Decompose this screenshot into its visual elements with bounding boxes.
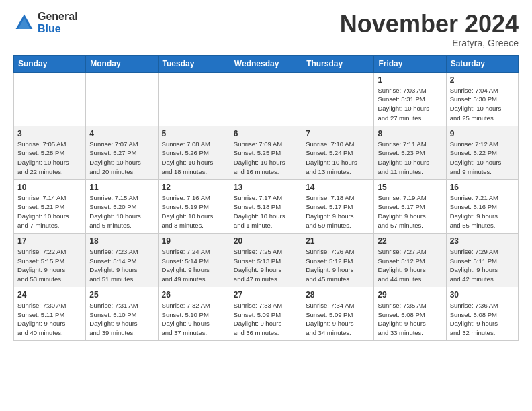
day-info: Sunrise: 7:15 AMSunset: 5:20 PMDaylight:… — [89, 193, 154, 230]
day-number: 1 — [378, 75, 442, 85]
day-number: 13 — [234, 183, 298, 192]
week-row-2: 3Sunrise: 7:05 AMSunset: 5:28 PMDaylight… — [14, 126, 519, 179]
day-cell: 19Sunrise: 7:24 AMSunset: 5:14 PMDayligh… — [158, 233, 230, 287]
logo-general: General — [38, 11, 78, 23]
day-number: 28 — [306, 290, 370, 300]
logo-blue: Blue — [38, 23, 78, 35]
calendar-body: 1Sunrise: 7:03 AMSunset: 5:31 PMDaylight… — [14, 72, 519, 340]
calendar-header: SundayMondayTuesdayWednesdayThursdayFrid… — [14, 55, 519, 72]
day-cell: 21Sunrise: 7:26 AMSunset: 5:12 PMDayligh… — [302, 233, 374, 287]
day-info: Sunrise: 7:29 AMSunset: 5:11 PMDaylight:… — [450, 247, 515, 284]
day-cell: 28Sunrise: 7:34 AMSunset: 5:09 PMDayligh… — [302, 287, 374, 340]
day-cell: 7Sunrise: 7:10 AMSunset: 5:24 PMDaylight… — [302, 126, 374, 179]
day-number: 25 — [89, 290, 154, 300]
calendar: SundayMondayTuesdayWednesdayThursdayFrid… — [13, 55, 519, 341]
day-header-sunday: Sunday — [14, 55, 86, 72]
day-number: 4 — [89, 129, 154, 138]
day-number: 27 — [234, 290, 298, 300]
day-header-tuesday: Tuesday — [158, 55, 230, 72]
day-info: Sunrise: 7:22 AMSunset: 5:15 PMDaylight:… — [17, 247, 82, 284]
day-number: 16 — [450, 183, 515, 192]
day-cell: 13Sunrise: 7:17 AMSunset: 5:18 PMDayligh… — [230, 179, 302, 233]
day-info: Sunrise: 7:14 AMSunset: 5:21 PMDaylight:… — [17, 193, 82, 230]
day-info: Sunrise: 7:30 AMSunset: 5:11 PMDaylight:… — [17, 301, 82, 338]
day-number: 30 — [450, 290, 515, 300]
day-number: 14 — [306, 183, 370, 192]
day-cell: 15Sunrise: 7:19 AMSunset: 5:17 PMDayligh… — [374, 179, 446, 233]
day-number: 12 — [162, 183, 226, 192]
day-info: Sunrise: 7:23 AMSunset: 5:14 PMDaylight:… — [89, 247, 154, 284]
day-number: 17 — [17, 236, 82, 246]
day-info: Sunrise: 7:21 AMSunset: 5:16 PMDaylight:… — [450, 193, 515, 230]
day-cell: 23Sunrise: 7:29 AMSunset: 5:11 PMDayligh… — [446, 233, 518, 287]
week-row-1: 1Sunrise: 7:03 AMSunset: 5:31 PMDaylight… — [14, 72, 519, 126]
day-number: 15 — [378, 183, 442, 192]
location-subtitle: Eratyra, Greece — [340, 38, 519, 48]
day-number: 11 — [89, 183, 154, 192]
day-number: 9 — [450, 129, 515, 138]
day-cell: 11Sunrise: 7:15 AMSunset: 5:20 PMDayligh… — [86, 179, 158, 233]
day-info: Sunrise: 7:17 AMSunset: 5:18 PMDaylight:… — [234, 193, 298, 230]
day-cell: 14Sunrise: 7:18 AMSunset: 5:17 PMDayligh… — [302, 179, 374, 233]
day-info: Sunrise: 7:33 AMSunset: 5:09 PMDaylight:… — [234, 301, 298, 338]
day-info: Sunrise: 7:24 AMSunset: 5:14 PMDaylight:… — [162, 247, 226, 284]
logo-text: General Blue — [38, 11, 78, 34]
day-cell: 8Sunrise: 7:11 AMSunset: 5:23 PMDaylight… — [374, 126, 446, 179]
day-number: 23 — [450, 236, 515, 246]
day-cell: 27Sunrise: 7:33 AMSunset: 5:09 PMDayligh… — [230, 287, 302, 340]
day-number: 19 — [162, 236, 226, 246]
day-cell: 10Sunrise: 7:14 AMSunset: 5:21 PMDayligh… — [14, 179, 86, 233]
day-info: Sunrise: 7:36 AMSunset: 5:08 PMDaylight:… — [450, 301, 515, 338]
day-number: 5 — [162, 129, 226, 138]
day-info: Sunrise: 7:03 AMSunset: 5:31 PMDaylight:… — [378, 86, 442, 123]
day-cell: 17Sunrise: 7:22 AMSunset: 5:15 PMDayligh… — [14, 233, 86, 287]
day-info: Sunrise: 7:27 AMSunset: 5:12 PMDaylight:… — [378, 247, 442, 284]
day-header-saturday: Saturday — [446, 55, 518, 72]
day-cell: 18Sunrise: 7:23 AMSunset: 5:14 PMDayligh… — [86, 233, 158, 287]
day-info: Sunrise: 7:26 AMSunset: 5:12 PMDaylight:… — [306, 247, 370, 284]
header-row: SundayMondayTuesdayWednesdayThursdayFrid… — [14, 55, 519, 72]
page: General Blue November 2024 Eratyra, Gree… — [0, 0, 532, 411]
day-number: 22 — [378, 236, 442, 246]
week-row-3: 10Sunrise: 7:14 AMSunset: 5:21 PMDayligh… — [14, 179, 519, 233]
day-cell: 4Sunrise: 7:07 AMSunset: 5:27 PMDaylight… — [86, 126, 158, 179]
day-info: Sunrise: 7:10 AMSunset: 5:24 PMDaylight:… — [306, 140, 370, 177]
day-number: 2 — [450, 75, 515, 85]
header: General Blue November 2024 Eratyra, Gree… — [13, 11, 519, 48]
day-cell: 1Sunrise: 7:03 AMSunset: 5:31 PMDaylight… — [374, 72, 446, 126]
day-number: 26 — [162, 290, 226, 300]
day-number: 29 — [378, 290, 442, 300]
day-info: Sunrise: 7:32 AMSunset: 5:10 PMDaylight:… — [162, 301, 226, 338]
week-row-5: 24Sunrise: 7:30 AMSunset: 5:11 PMDayligh… — [14, 287, 519, 340]
day-cell: 12Sunrise: 7:16 AMSunset: 5:19 PMDayligh… — [158, 179, 230, 233]
day-cell — [158, 72, 230, 126]
day-header-friday: Friday — [374, 55, 446, 72]
day-cell: 29Sunrise: 7:35 AMSunset: 5:08 PMDayligh… — [374, 287, 446, 340]
day-number: 18 — [89, 236, 154, 246]
day-number: 3 — [17, 129, 82, 138]
day-info: Sunrise: 7:11 AMSunset: 5:23 PMDaylight:… — [378, 140, 442, 177]
day-cell: 5Sunrise: 7:08 AMSunset: 5:26 PMDaylight… — [158, 126, 230, 179]
day-info: Sunrise: 7:12 AMSunset: 5:22 PMDaylight:… — [450, 140, 515, 177]
day-header-monday: Monday — [86, 55, 158, 72]
day-header-thursday: Thursday — [302, 55, 374, 72]
title-block: November 2024 Eratyra, Greece — [340, 11, 519, 48]
day-cell: 9Sunrise: 7:12 AMSunset: 5:22 PMDaylight… — [446, 126, 518, 179]
day-info: Sunrise: 7:05 AMSunset: 5:28 PMDaylight:… — [17, 140, 82, 177]
day-cell: 22Sunrise: 7:27 AMSunset: 5:12 PMDayligh… — [374, 233, 446, 287]
day-cell: 2Sunrise: 7:04 AMSunset: 5:30 PMDaylight… — [446, 72, 518, 126]
day-number: 8 — [378, 129, 442, 138]
day-info: Sunrise: 7:25 AMSunset: 5:13 PMDaylight:… — [234, 247, 298, 284]
day-number: 6 — [234, 129, 298, 138]
week-row-4: 17Sunrise: 7:22 AMSunset: 5:15 PMDayligh… — [14, 233, 519, 287]
day-cell — [230, 72, 302, 126]
day-number: 24 — [17, 290, 82, 300]
day-cell: 20Sunrise: 7:25 AMSunset: 5:13 PMDayligh… — [230, 233, 302, 287]
logo-icon — [13, 12, 35, 34]
day-info: Sunrise: 7:16 AMSunset: 5:19 PMDaylight:… — [162, 193, 226, 230]
day-cell: 26Sunrise: 7:32 AMSunset: 5:10 PMDayligh… — [158, 287, 230, 340]
day-cell: 25Sunrise: 7:31 AMSunset: 5:10 PMDayligh… — [86, 287, 158, 340]
day-cell: 3Sunrise: 7:05 AMSunset: 5:28 PMDaylight… — [14, 126, 86, 179]
day-number: 20 — [234, 236, 298, 246]
day-cell — [14, 72, 86, 126]
